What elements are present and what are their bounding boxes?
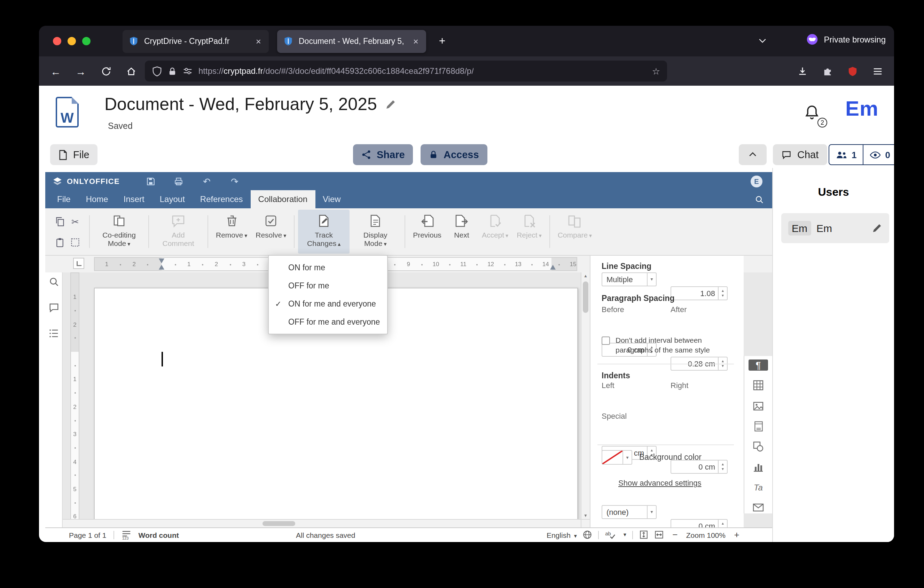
fit-to-page-icon[interactable] — [640, 530, 648, 539]
file-menu-button[interactable]: File — [50, 144, 98, 165]
menu-item-off-for-me[interactable]: OFF for me — [269, 277, 387, 295]
forward-button[interactable]: → — [69, 61, 92, 81]
redo-icon[interactable]: ↷ — [228, 175, 241, 187]
show-advanced-settings-link[interactable]: Show advanced settings — [618, 479, 701, 487]
zoom-in-button[interactable]: + — [732, 530, 742, 540]
special-select[interactable]: (none)▾ — [602, 505, 657, 519]
downloads-icon[interactable] — [791, 61, 813, 81]
back-button[interactable]: ← — [45, 61, 67, 81]
spell-check-icon[interactable]: ab — [606, 530, 616, 539]
scroll-up-arrow[interactable]: ▲ — [584, 273, 588, 279]
previous-change-button[interactable]: Previous — [409, 210, 446, 254]
display-mode-button[interactable]: Display Mode▾ — [350, 210, 401, 254]
share-button[interactable]: Share — [353, 144, 413, 165]
close-tab-icon[interactable]: × — [254, 36, 262, 46]
copy-icon[interactable] — [55, 217, 65, 226]
tab-insert[interactable]: Insert — [116, 190, 152, 208]
reload-button[interactable] — [95, 61, 117, 81]
zoom-window-button[interactable] — [82, 37, 91, 45]
user-list-item[interactable]: Em Em — [781, 213, 889, 243]
spinner-arrows[interactable]: ▴▾ — [718, 461, 727, 473]
vertical-scrollbar[interactable]: ▲ ▼ — [581, 273, 590, 519]
tab-view[interactable]: View — [315, 190, 348, 208]
vertical-scrollbar-thumb[interactable] — [583, 281, 588, 313]
new-tab-button[interactable]: + — [433, 32, 451, 50]
print-icon[interactable] — [173, 175, 185, 187]
mail-merge-icon[interactable] — [749, 502, 768, 514]
tab-stop-selector[interactable] — [73, 258, 84, 269]
resolve-comment-button[interactable]: Resolve▾ — [251, 210, 290, 254]
v-ruler[interactable]: 21123456 — [70, 273, 79, 527]
select-arrow-icon[interactable]: ▾ — [647, 506, 656, 518]
tab-references[interactable]: References — [193, 190, 251, 208]
tracking-protection-shield-icon[interactable] — [152, 66, 162, 76]
close-window-button[interactable] — [53, 37, 61, 45]
save-icon[interactable] — [145, 175, 157, 187]
menu-item-off-for-everyone[interactable]: OFF for me and everyone — [269, 313, 387, 331]
home-button[interactable] — [120, 61, 142, 81]
remove-comment-button[interactable]: Remove▾ — [212, 210, 251, 254]
chat-button[interactable]: Chat — [773, 144, 827, 165]
paste-icon[interactable] — [55, 238, 65, 247]
bookmark-star-icon[interactable]: ☆ — [652, 66, 660, 76]
background-color-swatch[interactable] — [602, 451, 622, 464]
right-indent-marker[interactable] — [550, 262, 556, 269]
lock-icon[interactable] — [168, 66, 177, 76]
tab-cryptdrive[interactable]: CryptDrive - CryptPad.fr × — [122, 30, 269, 53]
collapse-toolbar-button[interactable] — [739, 144, 767, 165]
account-avatar[interactable]: Em — [845, 97, 878, 121]
text-art-settings-icon[interactable]: Ta — [749, 482, 768, 493]
line-spacing-select[interactable]: Multiple▾ — [602, 273, 657, 286]
edit-title-pencil-icon[interactable] — [385, 99, 396, 110]
menu-item-on-for-everyone[interactable]: ✓ON for me and everyone — [269, 295, 387, 313]
presence-counts[interactable]: 1 0 — [828, 144, 894, 165]
table-settings-icon[interactable] — [749, 380, 768, 391]
spinner-arrows[interactable]: ▴▾ — [718, 287, 727, 300]
language-selector[interactable]: English ▾ — [546, 530, 577, 539]
url-text[interactable]: https://cryptpad.fr/doc/#/3/doc/edit/ff0… — [198, 66, 474, 76]
horizontal-scrollbar-thumb[interactable] — [262, 521, 295, 526]
background-color-picker[interactable]: ▾ — [602, 450, 632, 465]
select-arrow-icon[interactable]: ▾ — [647, 273, 656, 286]
image-settings-icon[interactable] — [749, 400, 768, 412]
track-changes-button[interactable]: Track Changes▴ — [298, 210, 350, 254]
notifications-bell[interactable]: 2 — [804, 104, 825, 126]
permissions-icon[interactable] — [182, 66, 193, 76]
tab-file[interactable]: File — [50, 190, 78, 208]
color-dropdown-arrow[interactable]: ▾ — [622, 451, 632, 464]
close-tab-icon[interactable]: × — [412, 36, 420, 46]
left-indent-marker[interactable] — [159, 262, 164, 269]
shape-settings-icon[interactable] — [749, 441, 768, 453]
select-all-icon[interactable] — [70, 238, 80, 247]
no-interval-checkbox[interactable] — [602, 337, 610, 345]
set-language-globe-icon[interactable] — [583, 530, 592, 539]
header-footer-settings-icon[interactable] — [749, 421, 768, 432]
fit-to-width-icon[interactable] — [655, 530, 664, 539]
paragraph-settings-icon[interactable]: ¶ — [749, 360, 768, 371]
cut-icon[interactable]: ✂ — [71, 216, 79, 227]
list-tabs-chevron-icon[interactable] — [757, 36, 767, 45]
find-icon[interactable] — [48, 277, 59, 287]
tab-document[interactable]: Document - Wed, February 5, 2025 × — [277, 30, 426, 53]
next-change-button[interactable]: Next — [446, 210, 478, 254]
page-number-indicator[interactable]: Page 1 of 1 — [69, 530, 106, 539]
zoom-out-button[interactable]: − — [670, 530, 680, 540]
url-bar[interactable]: https://cryptpad.fr/doc/#/3/doc/edit/ff0… — [145, 61, 667, 81]
menu-item-on-for-me[interactable]: ON for me — [269, 258, 387, 277]
zoom-level-indicator[interactable]: Zoom 100% — [686, 530, 726, 539]
spell-check-dropdown-arrow[interactable]: ▾ — [624, 532, 626, 538]
menu-hamburger-icon[interactable] — [866, 61, 888, 81]
tab-layout[interactable]: Layout — [152, 190, 193, 208]
navigation-headings-icon[interactable] — [48, 328, 59, 339]
indent-right-spinner[interactable]: 0 cm▴▾ — [670, 460, 728, 474]
edit-user-name-pencil-icon[interactable] — [872, 223, 882, 233]
chart-settings-icon[interactable] — [749, 462, 768, 473]
undo-icon[interactable]: ↶ — [201, 175, 213, 187]
line-spacing-amount[interactable]: 1.08▴▾ — [670, 286, 728, 300]
document-title[interactable]: Document - Wed, February 5, 2025 — [104, 94, 377, 114]
scroll-down-arrow[interactable]: ▼ — [584, 512, 588, 519]
horizontal-scrollbar[interactable] — [63, 519, 581, 527]
minimize-window-button[interactable] — [68, 37, 76, 45]
access-button[interactable]: Access — [421, 144, 487, 165]
find-search-icon[interactable] — [755, 190, 764, 208]
